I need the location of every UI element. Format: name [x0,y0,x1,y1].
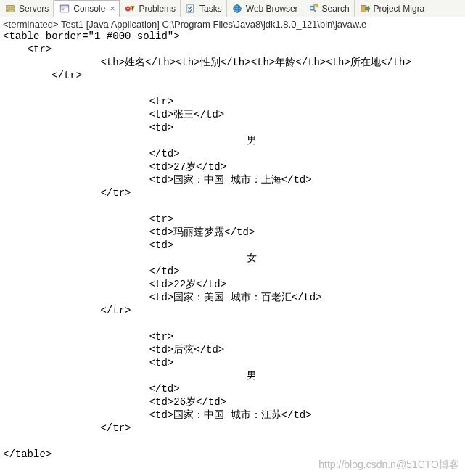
svg-rect-5 [61,5,69,7]
tab-servers[interactable]: Servers [0,0,54,17]
tab-label: Problems [139,4,176,14]
svg-line-18 [313,9,316,12]
tab-web-browser[interactable]: Web Browser [227,0,303,17]
tab-console[interactable]: Console × [54,0,120,17]
launch-status-line: <terminated> Test1 [Java Application] C:… [0,17,465,30]
tab-problems[interactable]: Problems [120,0,181,17]
tab-label: Console [73,4,105,14]
svg-rect-10 [132,7,133,8]
close-icon[interactable]: × [110,4,115,14]
tab-label: Project Migra [374,4,425,14]
svg-rect-16 [313,4,316,7]
globe-icon [231,3,243,15]
console-icon [59,3,70,15]
svg-point-2 [7,6,8,7]
svg-point-3 [7,9,8,10]
tab-search[interactable]: Search [303,0,355,17]
tab-label: Tasks [199,4,222,14]
svg-point-13 [234,4,242,12]
tasks-icon [185,3,197,15]
servers-icon [4,3,16,15]
tab-label: Search [322,4,350,14]
tab-label: Servers [19,4,49,14]
console-output[interactable]: <table border="1 #000 solid"> <tr> <th>姓… [0,30,465,464]
tab-project-migration[interactable]: Project Migra [355,0,430,17]
svg-rect-9 [127,8,129,9]
search-icon [308,3,319,15]
project-migration-icon [359,3,371,15]
tab-label: Web Browser [246,4,298,14]
svg-rect-11 [132,9,133,9]
tab-tasks[interactable]: Tasks [181,0,227,17]
problems-icon [124,3,136,15]
view-tabbar: Servers Console × Problems Tasks Web Bro… [0,0,465,17]
